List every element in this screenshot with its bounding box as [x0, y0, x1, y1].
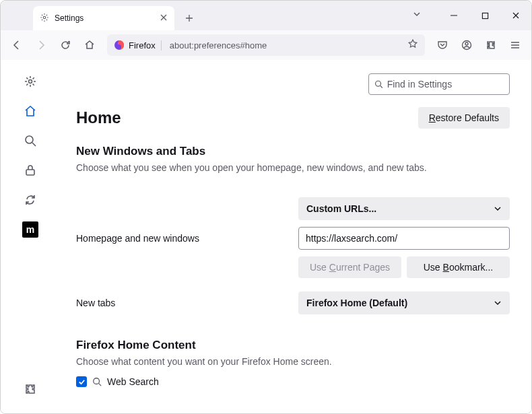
address-url: about:preferences#home: [166, 40, 403, 50]
homepage-label: Homepage and new windows: [76, 233, 298, 244]
sidebar-item-general[interactable]: [17, 68, 44, 95]
section-heading-windows-tabs: New Windows and Tabs: [76, 145, 510, 158]
settings-search-input[interactable]: [387, 79, 504, 90]
chevron-down-icon: [494, 205, 502, 213]
maximize-button[interactable]: [469, 5, 500, 26]
section-subtext-windows-tabs: Choose what you see when you open your h…: [76, 162, 510, 173]
newtabs-label: New tabs: [76, 298, 298, 308]
svg-rect-1: [482, 13, 488, 18]
bookmark-star-icon[interactable]: [407, 38, 418, 52]
web-search-label: Web Search: [107, 376, 159, 387]
minimize-button[interactable]: [438, 5, 469, 26]
search-icon: [92, 377, 102, 386]
home-button[interactable]: [79, 34, 100, 56]
svg-point-5: [29, 80, 32, 83]
section-heading-home-content: Firefox Home Content: [76, 339, 510, 352]
section-subtext-home-content: Choose what content you want on your Fir…: [76, 356, 510, 367]
web-search-checkbox[interactable]: [76, 376, 87, 387]
svg-point-4: [465, 42, 468, 45]
svg-point-6: [26, 136, 33, 143]
address-bar[interactable]: Firefox about:preferences#home: [107, 34, 425, 56]
svg-rect-7: [26, 170, 34, 175]
titlebar: Settings: [1, 1, 531, 30]
window-controls: [438, 1, 531, 30]
sidebar-item-privacy[interactable]: [17, 157, 44, 184]
svg-point-0: [43, 16, 46, 19]
sidebar-item-search[interactable]: [17, 127, 44, 154]
new-tab-button[interactable]: [180, 9, 199, 28]
extensions-button[interactable]: [480, 34, 502, 56]
app-menu-button[interactable]: [504, 34, 526, 56]
chevron-down-icon: [494, 299, 502, 307]
reload-button[interactable]: [55, 34, 76, 56]
sidebar-item-home[interactable]: [17, 98, 44, 125]
address-identity: Firefox: [129, 40, 162, 50]
homepage-mode-value: Custom URLs...: [306, 203, 376, 214]
navigation-toolbar: Firefox about:preferences#home: [1, 30, 531, 60]
settings-search-box[interactable]: [368, 73, 510, 95]
browser-tab[interactable]: Settings: [33, 6, 174, 30]
sidebar-item-sync[interactable]: [17, 186, 44, 213]
forward-button[interactable]: [30, 34, 52, 56]
settings-content: m Home Restore Defaults New Windows and …: [1, 60, 531, 413]
homepage-mode-select[interactable]: Custom URLs...: [298, 197, 510, 220]
tabs-dropdown-button[interactable]: [403, 1, 430, 28]
newtabs-mode-select[interactable]: Firefox Home (Default): [298, 291, 510, 314]
use-bookmark-button[interactable]: Use Bookmark...: [407, 256, 510, 278]
back-button[interactable]: [6, 34, 28, 56]
gear-icon: [40, 13, 49, 24]
sidebar-item-more[interactable]: m: [17, 216, 44, 243]
svg-point-9: [94, 378, 100, 384]
mozilla-icon: m: [22, 221, 38, 238]
page-title: Home: [76, 108, 121, 127]
svg-point-8: [376, 81, 381, 86]
homepage-url-input[interactable]: [298, 227, 510, 250]
pocket-button[interactable]: [432, 34, 453, 56]
settings-main: Home Restore Defaults New Windows and Ta…: [60, 60, 531, 413]
tab-title: Settings: [55, 13, 84, 23]
firefox-icon: [114, 40, 125, 50]
account-button[interactable]: [456, 34, 477, 56]
settings-sidebar: m: [1, 60, 60, 413]
use-current-pages-button[interactable]: Use Current Pages: [298, 256, 401, 278]
sidebar-item-extensions[interactable]: [17, 376, 44, 403]
search-icon: [374, 79, 383, 89]
close-window-button[interactable]: [500, 5, 531, 26]
restore-defaults-button[interactable]: Restore Defaults: [418, 107, 510, 129]
newtabs-mode-value: Firefox Home (Default): [306, 298, 407, 308]
close-tab-icon[interactable]: [160, 13, 168, 24]
